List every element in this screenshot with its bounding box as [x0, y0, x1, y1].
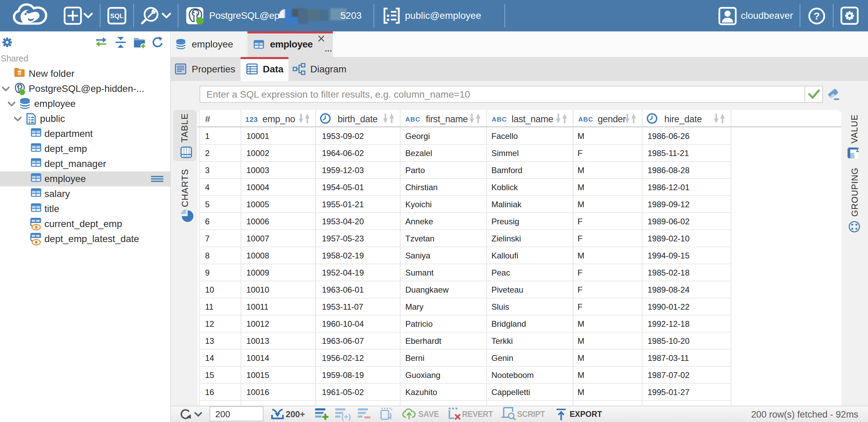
svg-text:SQL: SQL — [110, 12, 123, 19]
svg-text:(+): (+) — [341, 412, 351, 421]
svg-text:?: ? — [814, 10, 820, 22]
